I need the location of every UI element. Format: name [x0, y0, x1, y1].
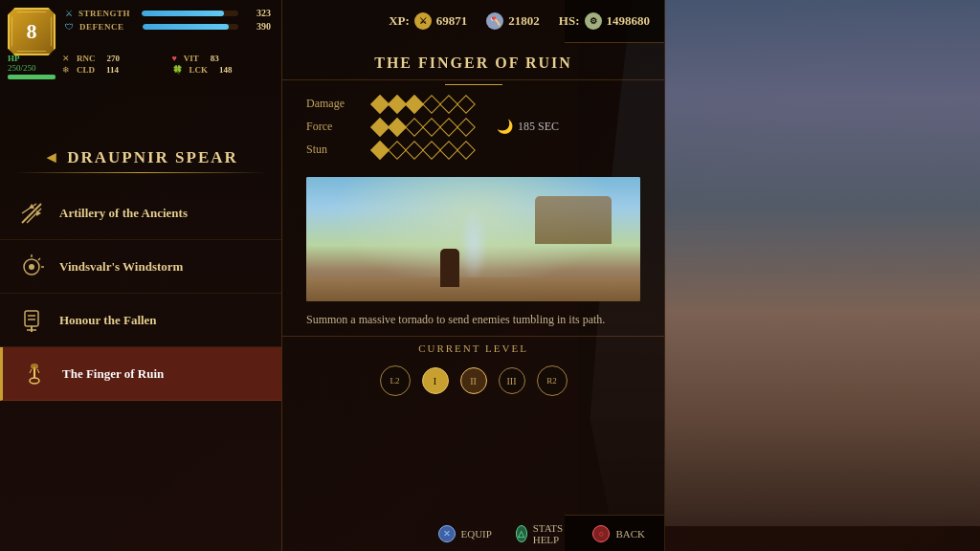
- level-3-btn[interactable]: III: [499, 367, 525, 394]
- honour-icon-box: [14, 303, 48, 337]
- svg-point-17: [31, 364, 38, 369]
- artillery-icon-box: [14, 196, 48, 230]
- ability-title-section: THE FINGER OF RUIN: [282, 43, 664, 85]
- defence-row: 🛡 DEFENCE 390: [65, 21, 271, 32]
- cld-value: 114: [106, 65, 119, 75]
- moon-icon: 🌙: [497, 119, 513, 135]
- l2-trigger[interactable]: L2: [380, 365, 411, 396]
- cooldown-value: 185 SEC: [518, 120, 559, 134]
- hp-bar: [8, 75, 56, 79]
- stun-diamonds: [373, 143, 473, 157]
- current-level-label: CURRENT LEVEL: [282, 336, 664, 358]
- scene-character: [440, 249, 459, 287]
- level-1-label: I: [434, 376, 436, 386]
- damage-diamonds: [373, 98, 473, 111]
- hp-bar-fill: [8, 75, 56, 79]
- force-diamonds: [373, 121, 473, 134]
- hack-stat: 🪓 21802: [486, 12, 540, 30]
- ability-stats: Damage Force 🌙 185: [282, 85, 664, 172]
- svg-point-6: [29, 264, 34, 270]
- windstorm-icon-box: [14, 250, 48, 283]
- damage-label: Damage: [306, 97, 364, 111]
- xp-label: XP:: [389, 13, 410, 29]
- windstorm-name: Vindsvalr's Windstorm: [59, 259, 183, 275]
- force-label: Force: [306, 120, 364, 134]
- svg-rect-10: [25, 311, 38, 326]
- weapon-name: ◄ DRAUPNIR SPEAR: [0, 148, 281, 167]
- honour-icon: [17, 306, 46, 335]
- svg-point-15: [30, 378, 39, 384]
- vit-stat: ♥ VIT 83: [172, 54, 278, 63]
- defence-label: DEFENCE: [79, 22, 137, 32]
- artillery-icon: [17, 199, 46, 228]
- skill-item-artillery[interactable]: Artillery of the Ancients: [0, 187, 281, 240]
- cld-stat: ❄ CLD 114: [62, 65, 168, 75]
- finger-icon: [20, 360, 49, 388]
- stun-label: Stun: [306, 143, 364, 157]
- stat-bars: ⚔ STRENGTH 323 🛡 DEFENCE 390: [65, 8, 271, 34]
- level-1-btn[interactable]: I: [422, 367, 449, 394]
- rnc-label: RNC: [77, 54, 96, 63]
- ability-description-text: Summon a massive tornado to send enemies…: [306, 313, 605, 326]
- r2-label: R2: [546, 376, 557, 386]
- hp-max: 250: [23, 63, 36, 73]
- force-row: Force 🌙 185 SEC: [306, 119, 640, 135]
- hs-value: 1498680: [607, 13, 651, 29]
- skill-item-windstorm[interactable]: Vindsvalr's Windstorm: [0, 240, 281, 294]
- damage-diamond-6: [457, 95, 476, 114]
- svg-line-19: [37, 369, 39, 373]
- ability-screenshot: [306, 177, 640, 301]
- triangle-button: △: [516, 525, 527, 542]
- hack-value: 21802: [508, 13, 540, 29]
- defence-bar-container: [143, 24, 238, 30]
- top-stats-bar: XP: ⚔ 69871 🪓 21802 HS: ⚙ 1498680: [565, 0, 664, 43]
- hp-values: 250/250: [8, 63, 56, 73]
- ability-panel: XP: ⚔ 69871 🪓 21802 HS: ⚙ 1498680 THE FI…: [282, 0, 665, 551]
- player-level-value: 8: [27, 19, 37, 44]
- skill-item-honour[interactable]: Honour the Fallen: [0, 294, 281, 347]
- damage-row: Damage: [306, 97, 640, 111]
- r2-trigger[interactable]: R2: [537, 365, 568, 396]
- xp-value: 69871: [436, 13, 468, 29]
- xp-stat: XP: ⚔ 69871: [389, 12, 467, 30]
- tornado-effect: [459, 206, 488, 282]
- skill-item-finger[interactable]: The Finger of Ruin: [0, 347, 281, 401]
- level-3-label: III: [507, 376, 517, 386]
- svg-line-18: [30, 369, 32, 373]
- circle-button: ○: [592, 525, 610, 542]
- back-label: BACK: [615, 528, 645, 540]
- strength-bar-fill: [142, 11, 224, 16]
- stun-row: Stun: [306, 143, 640, 157]
- lck-value: 148: [219, 65, 233, 75]
- stats-panel: 8 ⚔ STRENGTH 323 🛡 DEFENCE 390 HP 250/25…: [0, 0, 282, 551]
- equip-label: EQUIP: [461, 528, 492, 540]
- back-action[interactable]: ○ BACK: [592, 525, 645, 542]
- strength-label: STRENGTH: [78, 9, 136, 18]
- ground: [306, 277, 640, 301]
- l2-label: L2: [390, 376, 400, 386]
- defence-bar-fill: [143, 24, 229, 30]
- artillery-name: Artillery of the Ancients: [59, 206, 188, 221]
- x-button: ✕: [438, 525, 456, 542]
- hp-block: HP 250/250: [8, 54, 56, 79]
- rnc-stat: ✕ RNC 270: [62, 54, 168, 63]
- hack-icon: 🪓: [486, 12, 503, 30]
- honour-name: Honour the Fallen: [59, 313, 157, 328]
- level-selector: L2 I II III R2: [282, 358, 664, 402]
- svg-line-8: [38, 258, 40, 260]
- finger-name: The Finger of Ruin: [62, 366, 164, 382]
- cld-label: CLD: [77, 65, 95, 75]
- hs-icon: ⚙: [585, 12, 602, 30]
- bottom-bar: ✕ EQUIP △ STATS HELP ○ BACK: [565, 515, 664, 551]
- stun-diamond-6: [457, 141, 476, 160]
- secondary-stats: ✕ RNC 270 ♥ VIT 83 ❄ CLD 114 🍀 LCK 148: [62, 54, 278, 75]
- equip-action[interactable]: ✕ EQUIP: [438, 525, 492, 542]
- level-2-btn[interactable]: II: [460, 367, 487, 394]
- skill-list: Artillery of the Ancients Vindsvalr's Wi…: [0, 187, 281, 401]
- ability-title: THE FINGER OF RUIN: [282, 43, 664, 80]
- level-2-label: II: [470, 376, 477, 386]
- defence-value: 390: [244, 21, 271, 32]
- weapon-arrow: ◄: [43, 148, 61, 166]
- stats-action[interactable]: △ STATS HELP: [516, 522, 569, 545]
- hs-label: HS:: [559, 13, 580, 29]
